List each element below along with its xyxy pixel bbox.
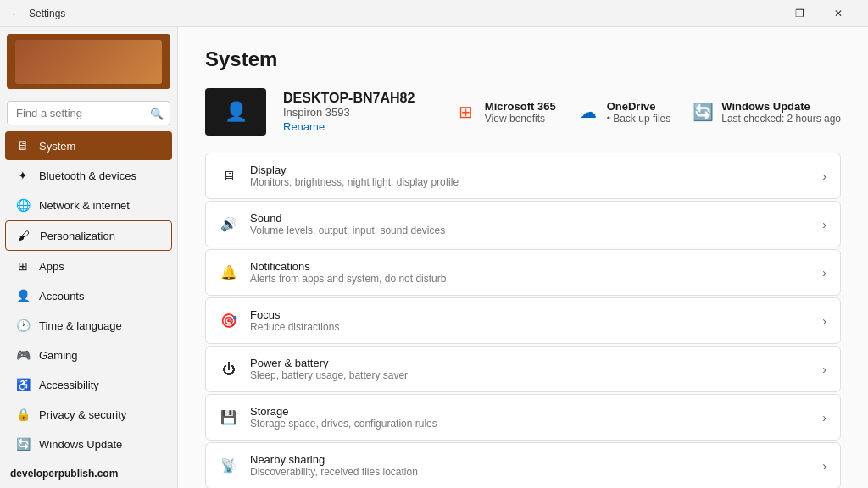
settings-item-title-focus: Focus (250, 308, 810, 321)
quick-link-subtitle-onedrive: • Back up files (607, 113, 671, 125)
settings-item-desc-storage: Storage space, drives, configuration rul… (250, 418, 810, 430)
display-icon: 🖥 (220, 167, 238, 186)
settings-item-title-power: Power & battery (250, 357, 810, 369)
windows-update-icon: 🔄 (15, 436, 31, 452)
quick-link-text-onedrive: OneDrive• Back up files (607, 100, 671, 125)
title-bar-title: Settings (29, 8, 65, 19)
settings-item-notifications[interactable]: 🔔NotificationsAlerts from apps and syste… (205, 249, 841, 296)
settings-item-text-storage: StorageStorage space, drives, configurat… (250, 405, 810, 430)
quick-link-text-ms365: Microsoft 365View benefits (485, 100, 556, 125)
sidebar-item-accounts[interactable]: 👤Accounts (5, 281, 172, 310)
settings-item-desc-nearby-sharing: Discoverability, received files location (250, 466, 810, 478)
sidebar-item-windows-update[interactable]: 🔄Windows Update (5, 430, 172, 458)
minimize-button[interactable]: – (741, 0, 780, 27)
sidebar-nav: 🖥System✦Bluetooth & devices🌐Network & in… (0, 130, 177, 459)
quick-link-title-onedrive: OneDrive (607, 100, 671, 113)
settings-item-storage[interactable]: 💾StorageStorage space, drives, configura… (205, 394, 841, 441)
quick-link-onedrive[interactable]: ☁OneDrive• Back up files (576, 100, 671, 125)
network-icon: 🌐 (15, 197, 31, 213)
notifications-chevron-icon: › (822, 266, 826, 280)
quick-links: ⊞Microsoft 365View benefits☁OneDrive• Ba… (454, 100, 841, 125)
search-icon: 🔍 (150, 107, 164, 119)
title-bar-controls: – ❐ ✕ (741, 0, 858, 27)
accounts-icon: 👤 (15, 288, 31, 303)
search-box: 🔍 (7, 101, 170, 125)
system-icon: 🖥 (15, 138, 31, 153)
quick-link-text-winupdate: Windows UpdateLast checked: 2 hours ago (721, 100, 841, 125)
back-icon[interactable]: ← (10, 7, 22, 20)
nearby-sharing-icon: 📡 (220, 457, 238, 475)
title-bar-left: ← Settings (10, 7, 65, 20)
ms365-icon: ⊞ (454, 100, 478, 124)
settings-list: 🖥DisplayMonitors, brightness, night ligh… (205, 152, 841, 488)
quick-link-winupdate[interactable]: 🔄Windows UpdateLast checked: 2 hours ago (691, 100, 841, 125)
settings-item-text-power: Power & batterySleep, battery usage, bat… (250, 357, 810, 381)
settings-item-title-notifications: Notifications (250, 260, 810, 273)
search-input[interactable] (7, 101, 170, 125)
sidebar-item-apps[interactable]: ⊞Apps (5, 252, 172, 280)
sidebar-item-system[interactable]: 🖥System (5, 131, 172, 160)
winupdate-icon: 🔄 (691, 100, 715, 124)
settings-item-desc-notifications: Alerts from apps and system, do not dist… (250, 273, 810, 285)
quick-link-subtitle-ms365: View benefits (485, 113, 556, 125)
system-info: 👤 DESKTOP-BN7AH82 Inspiron 3593 Rename ⊞… (205, 88, 841, 136)
sidebar-item-label-bluetooth: Bluetooth & devices (39, 169, 136, 182)
profile-image (15, 40, 163, 84)
quick-link-ms365[interactable]: ⊞Microsoft 365View benefits (454, 100, 556, 125)
settings-item-sound[interactable]: 🔊SoundVolume levels, output, input, soun… (205, 201, 841, 247)
sidebar-item-label-system: System (39, 140, 75, 152)
sidebar-item-bluetooth[interactable]: ✦Bluetooth & devices (5, 161, 172, 190)
sidebar-item-label-windows-update: Windows Update (39, 438, 122, 451)
sidebar-item-gaming[interactable]: 🎮Gaming (5, 341, 172, 369)
settings-item-desc-power: Sleep, battery usage, battery saver (250, 369, 810, 381)
sidebar-item-label-accounts: Accounts (39, 290, 84, 302)
settings-item-title-storage: Storage (250, 405, 810, 418)
maximize-button[interactable]: ❐ (780, 0, 819, 27)
sidebar-item-network[interactable]: 🌐Network & internet (5, 191, 172, 219)
settings-item-text-sound: SoundVolume levels, output, input, sound… (250, 212, 810, 236)
sidebar: 🔍 🖥System✦Bluetooth & devices🌐Network & … (0, 27, 178, 488)
sidebar-item-label-time: Time & language (39, 319, 122, 332)
device-name: DESKTOP-BN7AH82 (283, 91, 437, 106)
sidebar-profile (7, 34, 170, 89)
app-body: 🔍 🖥System✦Bluetooth & devices🌐Network & … (0, 27, 868, 488)
settings-item-desc-focus: Reduce distractions (250, 321, 810, 333)
settings-item-text-focus: FocusReduce distractions (250, 308, 810, 333)
sidebar-item-label-privacy: Privacy & security (39, 408, 126, 421)
sidebar-item-accessibility[interactable]: ♿Accessibility (5, 370, 172, 399)
page-title: System (205, 47, 841, 71)
close-button[interactable]: ✕ (819, 0, 858, 27)
accessibility-icon: ♿ (15, 377, 31, 392)
settings-item-text-display: DisplayMonitors, brightness, night light… (250, 164, 810, 188)
settings-item-nearby-sharing[interactable]: 📡Nearby sharingDiscoverability, received… (205, 442, 841, 488)
settings-item-title-display: Display (250, 164, 810, 176)
privacy-icon: 🔒 (15, 407, 31, 422)
settings-item-title-sound: Sound (250, 212, 810, 225)
settings-item-text-notifications: NotificationsAlerts from apps and system… (250, 260, 810, 285)
power-chevron-icon: › (822, 363, 826, 376)
apps-icon: ⊞ (15, 258, 31, 274)
title-bar: ← Settings – ❐ ✕ (0, 0, 868, 27)
quick-link-title-winupdate: Windows Update (721, 100, 841, 113)
sidebar-item-time[interactable]: 🕐Time & language (5, 311, 172, 340)
device-rename-link[interactable]: Rename (283, 120, 325, 133)
nearby-sharing-chevron-icon: › (822, 459, 826, 473)
onedrive-icon: ☁ (576, 100, 600, 124)
quick-link-title-ms365: Microsoft 365 (485, 100, 556, 113)
settings-item-focus[interactable]: 🎯FocusReduce distractions› (205, 297, 841, 344)
device-model: Inspiron 3593 (283, 106, 437, 119)
settings-item-power[interactable]: ⏻Power & batterySleep, battery usage, ba… (205, 346, 841, 392)
main-content: System 👤 DESKTOP-BN7AH82 Inspiron 3593 R… (178, 27, 868, 488)
sidebar-item-label-apps: Apps (39, 260, 64, 273)
storage-chevron-icon: › (822, 411, 826, 424)
sidebar-item-label-accessibility: Accessibility (39, 379, 99, 391)
sidebar-item-personalization[interactable]: 🖌Personalization (5, 220, 172, 251)
device-info: DESKTOP-BN7AH82 Inspiron 3593 Rename (283, 91, 437, 134)
focus-icon: 🎯 (220, 312, 238, 330)
sidebar-item-privacy[interactable]: 🔒Privacy & security (5, 400, 172, 429)
settings-item-desc-sound: Volume levels, output, input, sound devi… (250, 225, 810, 236)
sidebar-item-label-gaming: Gaming (39, 349, 78, 362)
settings-item-display[interactable]: 🖥DisplayMonitors, brightness, night ligh… (205, 152, 841, 199)
bluetooth-icon: ✦ (15, 168, 31, 183)
settings-item-desc-display: Monitors, brightness, night light, displ… (250, 176, 810, 188)
